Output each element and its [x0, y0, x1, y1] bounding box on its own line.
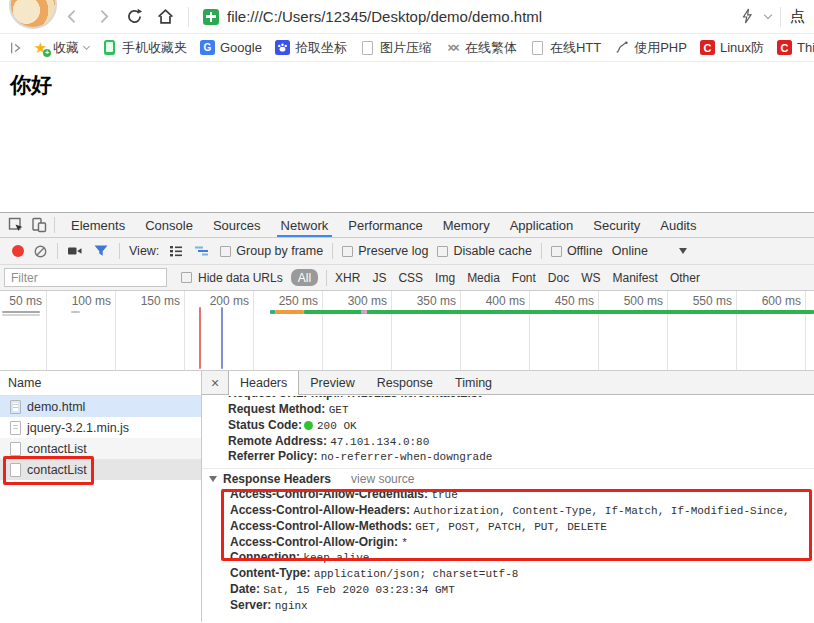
divider	[57, 243, 58, 259]
document-icon	[10, 421, 21, 435]
bookmark-linux[interactable]: C Linux防	[697, 39, 767, 57]
filter-type-font[interactable]: Font	[512, 271, 536, 285]
time-tick: 100 ms	[53, 294, 111, 308]
request-row-contactlist-2[interactable]: contactList	[0, 459, 201, 480]
page-icon	[360, 40, 375, 55]
file-icon	[10, 463, 21, 477]
bookmark-online-http[interactable]: 在线HTT	[527, 39, 604, 57]
request-row-jquery[interactable]: jquery-3.2.1.min.js	[0, 417, 201, 438]
request-bar	[2, 311, 40, 313]
filter-type-manifest[interactable]: Manifest	[613, 271, 658, 285]
dropdown-arrow-icon[interactable]	[679, 248, 687, 254]
filter-type-css[interactable]: CSS	[398, 271, 423, 285]
filter-type-all[interactable]: All	[291, 269, 318, 286]
filter-type-ws[interactable]: WS	[581, 271, 600, 285]
back-icon[interactable]	[64, 8, 81, 25]
header-line: Server: nginx	[230, 598, 814, 614]
filter-type-other[interactable]: Other	[670, 271, 700, 285]
time-tick: 350 ms	[398, 294, 456, 308]
inspect-icon[interactable]	[8, 217, 25, 234]
waterfall-icon[interactable]	[194, 243, 211, 260]
network-toolbar: View: Group by frame Preserve log Disabl…	[0, 238, 814, 265]
group-by-frame-checkbox[interactable]: Group by frame	[220, 244, 323, 258]
filter-type-xhr[interactable]: XHR	[335, 271, 360, 285]
star-icon: ★+	[33, 40, 48, 55]
filter-type-js[interactable]: JS	[372, 271, 386, 285]
tab-application[interactable]: Application	[500, 213, 584, 237]
header-line: Access-Control-Allow-Methods: GET, POST,…	[230, 519, 814, 535]
bookmark-thinkphp[interactable]: C ThinkPH	[774, 40, 814, 55]
clear-icon[interactable]	[33, 244, 48, 259]
bookmark-mobile[interactable]: 手机收藏夹	[99, 39, 190, 57]
sidebar-expand-icon[interactable]	[8, 40, 23, 55]
time-tick: 200 ms	[191, 294, 249, 308]
tab-console[interactable]: Console	[135, 213, 203, 237]
time-tick: 500 ms	[605, 294, 663, 308]
bookmark-coords[interactable]: 拾取坐标	[272, 39, 350, 57]
gridline	[529, 291, 530, 370]
csdn-icon: C	[777, 40, 792, 55]
network-overview-timeline[interactable]: 50 ms 100 ms 150 ms 200 ms 250 ms 300 ms…	[0, 291, 814, 371]
tab-sources[interactable]: Sources	[203, 213, 271, 237]
tab-performance[interactable]: Performance	[338, 213, 432, 237]
request-row-demo-html[interactable]: demo.html	[0, 396, 201, 417]
close-icon[interactable]: ×	[202, 371, 228, 394]
site-security-icon[interactable]	[203, 9, 219, 25]
menu-text[interactable]: 点	[790, 7, 814, 26]
filter-input[interactable]	[4, 268, 167, 287]
bookmark-favorites[interactable]: ★+ 收藏	[30, 39, 92, 57]
toolbar-divider	[188, 7, 189, 27]
time-tick: 150 ms	[122, 294, 180, 308]
tab-timing[interactable]: Timing	[444, 371, 503, 394]
header-line: Connection: keep-alive	[230, 550, 814, 566]
tab-memory[interactable]: Memory	[433, 213, 500, 237]
forward-icon[interactable]	[95, 8, 112, 25]
request-bar	[71, 311, 80, 313]
header-line: Access-Control-Allow-Origin: *	[230, 535, 814, 551]
gridline	[460, 291, 461, 370]
tab-response[interactable]: Response	[366, 371, 444, 394]
profile-avatar[interactable]	[9, 0, 57, 29]
tab-elements[interactable]: Elements	[61, 213, 135, 237]
home-icon[interactable]	[157, 8, 174, 25]
disable-cache-checkbox[interactable]: Disable cache	[437, 244, 532, 258]
request-bar	[364, 310, 367, 314]
tab-headers[interactable]: Headers	[228, 371, 299, 395]
bookmark-image-compress[interactable]: 图片压缩	[357, 39, 435, 57]
file-icon	[10, 442, 21, 456]
preserve-log-checkbox[interactable]: Preserve log	[342, 244, 428, 258]
filter-icon[interactable]	[93, 243, 110, 260]
header-line: Request Method: GET	[228, 402, 814, 418]
name-column-header[interactable]: Name	[0, 371, 201, 396]
header-line: Access-Control-Allow-Headers: Authorizat…	[230, 503, 814, 519]
address-bar[interactable]: file:///C:/Users/12345/Desktop/demo/demo…	[227, 8, 542, 25]
bookmark-google[interactable]: G Google	[197, 40, 265, 55]
filter-type-media[interactable]: Media	[467, 271, 500, 285]
flash-icon[interactable]	[739, 8, 756, 25]
reload-icon[interactable]	[126, 8, 143, 25]
tab-network[interactable]: Network	[271, 213, 339, 237]
record-button[interactable]	[12, 245, 24, 257]
request-detail-pane: × Headers Preview Response Timing Reques…	[202, 371, 814, 622]
hide-data-urls-checkbox[interactable]: Hide data URLs	[181, 271, 283, 285]
view-source-link[interactable]: view source	[351, 472, 414, 486]
tab-preview[interactable]: Preview	[299, 371, 365, 394]
phone-icon	[102, 40, 117, 55]
bookmark-traditional-chinese[interactable]: ×× 在线繁体	[442, 39, 520, 57]
tab-audits[interactable]: Audits	[650, 213, 706, 237]
filter-type-doc[interactable]: Doc	[548, 271, 569, 285]
device-toolbar-icon[interactable]	[31, 217, 48, 234]
filter-type-img[interactable]: Img	[435, 271, 455, 285]
response-headers-section[interactable]: Response Headers view source	[209, 471, 814, 487]
throttling-select[interactable]: Online	[612, 244, 648, 258]
gridline	[253, 291, 254, 370]
tab-security[interactable]: Security	[583, 213, 650, 237]
time-tick: 50 ms	[0, 294, 42, 308]
offline-checkbox[interactable]: Offline	[551, 244, 603, 258]
screenshot-capture-icon[interactable]	[67, 243, 84, 260]
bookmark-php[interactable]: 使用PHP	[611, 39, 690, 57]
document-icon	[10, 400, 21, 414]
view-list-icon[interactable]	[168, 243, 185, 260]
chevron-down-icon[interactable]	[764, 11, 772, 19]
request-row-contactlist-1[interactable]: contactList	[0, 438, 201, 459]
